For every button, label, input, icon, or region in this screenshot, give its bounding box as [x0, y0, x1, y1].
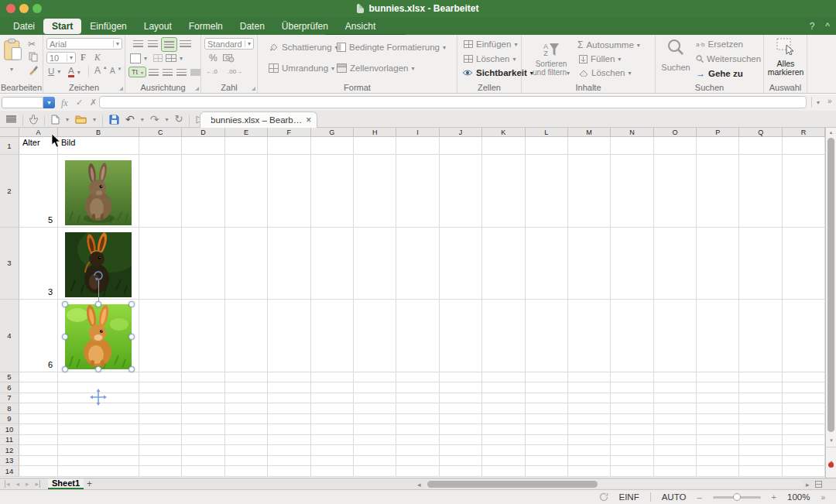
menu-item-ansicht[interactable]: Ansicht — [337, 19, 384, 34]
cell-N9[interactable] — [611, 414, 653, 425]
cancel-icon[interactable]: ✗ — [90, 98, 97, 108]
cell-P5[interactable] — [697, 372, 739, 383]
formula-input[interactable] — [99, 96, 807, 108]
undo-dropdown[interactable]: ▾ — [141, 116, 144, 123]
horizontal-scrollbar-thumb[interactable] — [427, 481, 598, 488]
cell-F14[interactable] — [268, 466, 310, 477]
zoom-level[interactable]: 100% — [787, 492, 810, 502]
cell-Q8[interactable] — [739, 403, 782, 414]
split-view-icon[interactable] — [815, 481, 822, 488]
cell-G4[interactable] — [311, 300, 354, 372]
cell-M9[interactable] — [568, 414, 611, 425]
scroll-up-icon[interactable]: ▴ — [826, 128, 836, 137]
cell-K8[interactable] — [482, 403, 525, 414]
cell-F1[interactable] — [268, 137, 310, 155]
cell-J12[interactable] — [440, 445, 482, 456]
selection-handle-nw[interactable] — [62, 301, 68, 307]
cell-M7[interactable] — [568, 393, 611, 404]
cell-O2[interactable] — [654, 155, 697, 228]
hscroll-right-icon[interactable]: ▸ — [806, 481, 810, 489]
cell-P14[interactable] — [697, 466, 739, 477]
cell-I9[interactable] — [396, 414, 439, 425]
column-header-B[interactable]: B — [58, 128, 139, 137]
column-header-L[interactable]: L — [526, 128, 568, 137]
align-center-h-button[interactable] — [163, 69, 173, 76]
cell-F12[interactable] — [268, 445, 310, 456]
cell-Q6[interactable] — [739, 382, 782, 393]
cell-G6[interactable] — [311, 382, 354, 393]
copy-button[interactable] — [29, 52, 38, 62]
column-header-P[interactable]: P — [697, 128, 739, 137]
sort-filter-button[interactable]: AZ Sortieren und filtern▾ — [529, 38, 573, 77]
cell-F11[interactable] — [268, 435, 310, 446]
cell-I11[interactable] — [396, 435, 439, 446]
cell-J6[interactable] — [440, 382, 482, 393]
fill-button[interactable]: Füllen▾ — [579, 54, 621, 63]
cell-F6[interactable] — [268, 382, 310, 393]
cell-B5[interactable] — [58, 372, 139, 383]
cell-K9[interactable] — [482, 414, 525, 425]
cell-G2[interactable] — [311, 155, 354, 228]
cell-O5[interactable] — [654, 372, 697, 383]
cell-D14[interactable] — [182, 466, 224, 477]
zoom-out-button[interactable]: – — [697, 492, 701, 502]
menu-item-start[interactable]: Start — [43, 19, 81, 34]
cell-M1[interactable] — [568, 137, 611, 155]
cell-L2[interactable] — [526, 155, 568, 228]
cell-M11[interactable] — [568, 435, 611, 446]
paste-button[interactable] — [3, 38, 23, 63]
cell-B9[interactable] — [58, 414, 139, 425]
align-top-button[interactable] — [133, 40, 143, 47]
cell-P7[interactable] — [697, 393, 739, 404]
cell-P12[interactable] — [697, 445, 739, 456]
cell-F2[interactable] — [268, 155, 310, 228]
cell-O12[interactable] — [654, 445, 697, 456]
cell-E1[interactable] — [225, 137, 268, 155]
autosum-button[interactable]: Σ Autosumme▾ — [577, 39, 640, 50]
cell-P6[interactable] — [697, 382, 739, 393]
cell-F9[interactable] — [268, 414, 310, 425]
cell-L6[interactable] — [526, 382, 568, 393]
cell-A11[interactable] — [19, 435, 58, 446]
cell-G1[interactable] — [311, 137, 354, 155]
cell-K11[interactable] — [482, 435, 525, 446]
hscroll-left-icon[interactable]: ◂ — [417, 481, 421, 489]
cell-N14[interactable] — [611, 466, 653, 477]
cell-R3[interactable] — [783, 228, 825, 300]
font-size-combo[interactable]: 10▾ — [46, 52, 76, 63]
wrap-text-toggle-active[interactable]: Tt ▾ — [128, 67, 146, 77]
cell-L5[interactable] — [526, 372, 568, 383]
cell-I10[interactable] — [396, 424, 439, 435]
column-header-K[interactable]: K — [482, 128, 525, 137]
percent-format-button[interactable]: % — [209, 53, 218, 63]
cell-K14[interactable] — [482, 466, 525, 477]
cell-H7[interactable] — [354, 393, 396, 404]
cell-J3[interactable] — [440, 228, 482, 300]
cell-I8[interactable] — [396, 403, 439, 414]
bold-button[interactable]: F — [81, 53, 86, 62]
cell-R13[interactable] — [783, 456, 825, 467]
cell-O1[interactable] — [654, 137, 697, 155]
cell-D9[interactable] — [182, 414, 224, 425]
row-header-14[interactable]: 14 — [0, 466, 19, 477]
cell-I3[interactable] — [396, 228, 439, 300]
cell-B11[interactable] — [58, 435, 139, 446]
cell-R11[interactable] — [783, 435, 825, 446]
column-header-N[interactable]: N — [611, 128, 653, 137]
cell-styles-button[interactable]: Zellenvorlagen▾ — [337, 63, 414, 73]
insert-mode-indicator[interactable]: EINF — [619, 492, 639, 502]
cell-K1[interactable] — [482, 137, 525, 155]
cell-L3[interactable] — [526, 228, 568, 300]
cell-R10[interactable] — [783, 424, 825, 435]
row-header-4[interactable]: 4 — [0, 300, 19, 372]
row-header-2[interactable]: 2 — [0, 155, 19, 228]
currency-format-button[interactable] — [223, 54, 235, 63]
cell-M3[interactable] — [568, 228, 611, 300]
cell-B1[interactable]: Bild — [58, 137, 139, 155]
cell-M8[interactable] — [568, 403, 611, 414]
cell-L12[interactable] — [526, 445, 568, 456]
cell-O4[interactable] — [654, 300, 697, 372]
selection-handle-ne[interactable] — [128, 301, 135, 307]
indent-decrease-button[interactable] — [153, 54, 163, 62]
cell-H5[interactable] — [354, 372, 396, 383]
